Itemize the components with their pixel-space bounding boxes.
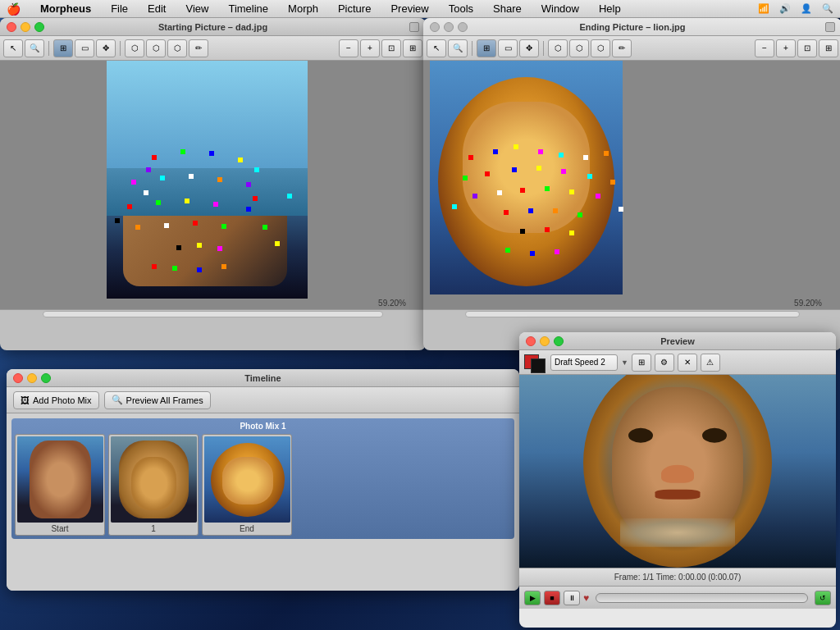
play-button[interactable]: ▶ [524,591,541,605]
right-window-titlebar: Ending Picture – lion.jpg [423,18,840,36]
left-zoom-fit[interactable]: ⊡ [381,39,401,57]
preview-tool-warn[interactable]: ⚠ [701,354,720,372]
preview-icon: 🔍 [112,395,123,405]
timeline-titlebar: Timeline [7,369,519,387]
menu-file[interactable]: File [107,2,131,16]
left-image-canvas[interactable]: 59.20% [0,61,426,309]
left-tool-select[interactable]: ⊞ [53,39,73,57]
frame-label-end: End [240,524,254,533]
timeline-maximize-button[interactable] [41,373,51,383]
stop-button[interactable]: ■ [544,591,560,605]
left-tool-pt2[interactable]: ⬡ [146,39,166,57]
frame-thumb-start [17,436,103,523]
left-tool-rect[interactable]: ▭ [75,39,94,57]
left-zoom-fill[interactable]: ⊞ [403,39,422,57]
timeline-minimize-button[interactable] [27,373,37,383]
right-traffic-lights [430,22,468,32]
right-tool-select[interactable]: ⊞ [477,39,496,57]
preview-all-frames-button[interactable]: 🔍 Preview All Frames [104,391,211,409]
right-tool-pt2[interactable]: ⬡ [569,39,589,57]
left-tool-pt1[interactable]: ⬡ [125,39,144,57]
preview-tool-settings[interactable]: ⚙ [655,354,674,372]
pause-button[interactable]: ⏸ [564,591,580,605]
playback-progress-bar[interactable] [596,593,808,603]
preview-tool-grid[interactable]: ⊞ [632,354,651,372]
menu-preview[interactable]: Preview [387,2,431,16]
left-zoom-in-btn[interactable]: + [360,39,380,57]
menu-view[interactable]: View [182,2,212,16]
left-collapse-button[interactable] [409,22,419,32]
frame-strip: Start 1 [15,434,511,536]
preview-close-button[interactable] [526,336,536,346]
menu-timeline[interactable]: Timeline [225,2,272,16]
menu-help[interactable]: Help [596,2,624,16]
right-window-title: Ending Picture – lion.jpg [580,22,686,32]
right-close-button[interactable] [430,22,440,32]
menubar-right: 📶 🔊 👤 🔍 [758,3,833,14]
right-tool-rect[interactable]: ▭ [498,39,518,57]
left-zoom-out-btn[interactable]: − [339,39,358,57]
right-maximize-button[interactable] [458,22,468,32]
timeline-close-button[interactable] [13,373,23,383]
menu-picture[interactable]: Picture [335,2,374,16]
menu-window[interactable]: Window [538,2,582,16]
volume-icon: 🔊 [779,3,791,14]
right-zoom-in-btn[interactable]: + [776,39,796,57]
right-tool-pointer[interactable]: ↖ [427,39,446,57]
right-minimize-button[interactable] [444,22,454,32]
right-zoom-fit[interactable]: ⊡ [797,39,817,57]
right-toolbar: ↖ 🔍 ⊞ ▭ ✥ ⬡ ⬡ ⬡ ✏ − + ⊡ ⊞ [423,36,840,61]
frame-item-1[interactable]: 1 [108,434,199,536]
dad-photo [107,61,308,299]
right-image-canvas[interactable]: 59.20% [423,61,840,309]
left-scrollbar[interactable] [0,309,426,317]
loop-button[interactable]: ↺ [815,591,831,605]
right-zoom-fill[interactable]: ⊞ [819,39,838,57]
menu-tools[interactable]: Tools [445,2,477,16]
preview-speed-select[interactable]: Draft Speed 2 [550,354,618,371]
preview-title: Preview [660,336,695,346]
preview-traffic-lights [526,336,564,346]
preview-toolbar: Draft Speed 2 ▼ ⊞ ⚙ ✕ ⚠ [519,350,836,375]
left-tool-move[interactable]: ✥ [96,39,116,57]
timeline-content: Photo Mix 1 Start [7,413,519,591]
preview-all-frames-label: Preview All Frames [126,395,203,405]
preview-minimize-button[interactable] [540,336,550,346]
menu-share[interactable]: Share [490,2,525,16]
search-icon[interactable]: 🔍 [822,3,833,14]
add-icon: 🖼 [21,395,30,405]
menu-morpheus[interactable]: Morpheus [37,2,94,16]
frame-thumb-1 [111,436,197,523]
left-close-button[interactable] [7,22,16,32]
right-zoom-out-btn[interactable]: − [755,39,774,57]
right-tool-pt1[interactable]: ⬡ [548,39,568,57]
left-tool-pt3[interactable]: ⬡ [167,39,187,57]
preview-maximize-button[interactable] [554,336,564,346]
right-tool-pt4[interactable]: ✏ [612,39,632,57]
left-tool-pointer[interactable]: ↖ [3,39,23,57]
frame-item-end[interactable]: End [202,434,292,536]
add-photo-mix-button[interactable]: 🖼 Add Photo Mix [13,391,99,409]
frame-item-start[interactable]: Start [15,434,105,536]
left-minimize-button[interactable] [21,22,30,32]
timeline-toolbar: 🖼 Add Photo Mix 🔍 Preview All Frames [7,387,519,413]
left-tool-zoom-in[interactable]: 🔍 [25,39,44,57]
right-collapse-button[interactable] [825,22,835,32]
add-photo-mix-label: Add Photo Mix [33,395,92,405]
preview-color-picker[interactable] [524,354,547,371]
heart-icon: ♥ [583,592,589,604]
left-tool-pt4[interactable]: ✏ [189,39,208,57]
left-window-titlebar: Starting Picture – dad.jpg [0,18,426,36]
right-tool-move[interactable]: ✥ [519,39,539,57]
menu-morph[interactable]: Morph [285,2,322,16]
right-tool-pt3[interactable]: ⬡ [591,39,610,57]
right-scrollbar[interactable] [423,309,840,317]
left-maximize-button[interactable] [34,22,44,32]
right-zoom-indicator: 59.20% [794,299,822,308]
right-tool-zoom[interactable]: 🔍 [448,39,468,57]
menu-edit[interactable]: Edit [144,2,169,16]
preview-controls: ▶ ■ ⏸ ♥ ↺ [519,586,836,609]
preview-status: Frame: 1/1 Time: 0:00.00 (0:00.07) [519,568,836,586]
apple-menu[interactable]: 🍎 [7,2,21,16]
preview-tool-close[interactable]: ✕ [678,354,697,372]
